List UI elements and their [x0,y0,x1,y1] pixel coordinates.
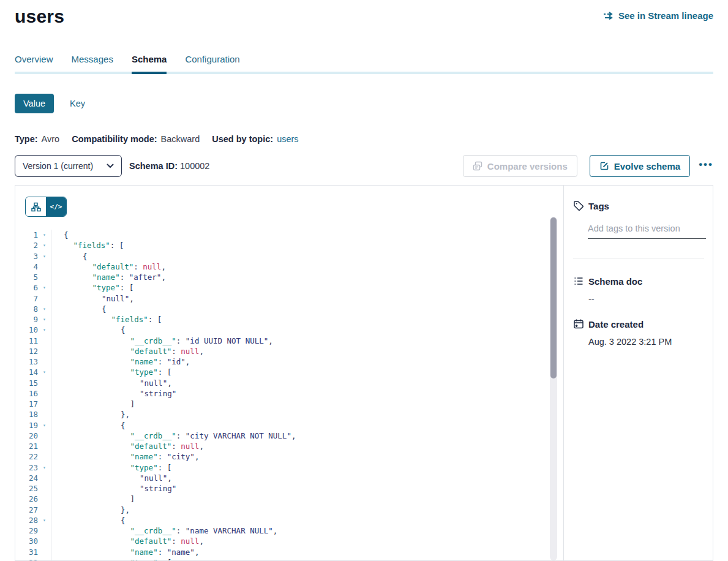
collapse-arrow-spacer [38,346,51,356]
collapse-arrow-icon[interactable]: ▾ [38,282,51,293]
collapse-arrow-icon[interactable]: ▾ [38,515,51,525]
code-line: 25"string" [15,483,563,494]
line-number: 27 [15,505,38,515]
code-text: "null", [51,378,563,388]
topic-link[interactable]: users [277,134,298,144]
more-actions-button[interactable]: ••• [699,159,713,173]
code-pane: </> 1▾{2▾"fields": [3▾{4"default": null,… [15,186,563,560]
stream-lineage-link[interactable]: See in Stream lineage [603,10,713,21]
collapse-arrow-icon[interactable]: ▾ [38,325,51,335]
chevron-down-icon [107,164,114,168]
line-number: 5 [15,272,38,282]
collapse-arrow-icon[interactable]: ▾ [38,462,51,473]
code-text: }, [51,505,563,515]
line-number: 15 [15,378,38,388]
line-number: 7 [15,293,38,304]
collapse-arrow-spacer [38,505,51,515]
code-line: 12"default": null, [15,346,563,356]
code-line: 19▾{ [15,420,563,431]
line-number: 17 [15,399,38,409]
code-text: ] [51,494,563,504]
collapse-arrow-spacer [38,451,51,462]
compare-versions-button[interactable]: Compare versions [463,155,577,177]
code-text: ] [51,399,563,409]
key-toggle-link[interactable]: Key [70,99,85,108]
value-toggle-button[interactable]: Value [15,94,54,113]
collapse-arrow-icon[interactable]: ▾ [38,304,51,314]
code-text: "name": "city", [51,451,563,462]
line-number: 2 [15,240,38,250]
code-text: { [51,515,563,525]
version-select[interactable]: Version 1 (current) [15,155,122,177]
collapse-arrow-icon[interactable]: ▾ [38,240,51,250]
line-number: 21 [15,441,38,451]
tree-view-button[interactable] [26,197,46,216]
code-text: "__crdb__": "city VARCHAR NOT NULL", [51,431,563,441]
code-text: "default": null, [51,441,563,451]
schema-panel: </> 1▾{2▾"fields": [3▾{4"default": null,… [15,185,713,561]
line-number: 9 [15,314,38,325]
schema-sidebar: Tags Schema doc -- [563,186,713,560]
line-number: 13 [15,356,38,367]
collapse-arrow-spacer [38,399,51,409]
code-scrollbar[interactable] [550,217,557,560]
line-number: 28 [15,515,38,525]
code-line: 30"default": null, [15,536,563,546]
code-text: "__crdb__": "name VARCHAR NULL", [51,525,563,536]
code-view-icon: </> [50,203,62,211]
collapse-arrow-spacer [38,473,51,483]
view-mode-toggle: </> [25,197,67,217]
collapse-arrow-icon[interactable]: ▾ [38,557,51,561]
code-text: "default": null, [51,536,563,546]
code-scrollbar-thumb[interactable] [550,217,557,378]
line-number: 10 [15,325,38,335]
code-text: "null", [51,293,563,304]
code-view-button[interactable]: </> [46,197,66,216]
collapse-arrow-icon[interactable]: ▾ [38,251,51,262]
list-icon [573,276,584,287]
code-text: "name": "after", [51,272,563,282]
collapse-arrow-icon[interactable]: ▾ [38,230,51,240]
code-line: 4"default": null, [15,262,563,272]
evolve-schema-button[interactable]: Evolve schema [590,155,690,177]
tab-configuration[interactable]: Configuration [185,54,239,74]
compare-versions-icon [473,161,482,171]
tag-icon [573,200,584,211]
code-line: 17] [15,399,563,409]
code-text: "type": [ [51,282,563,293]
code-line: 27}, [15,505,563,515]
code-line: 1▾{ [15,230,563,240]
tab-overview[interactable]: Overview [15,54,53,74]
code-line: 11"__crdb__": "id UUID NOT NULL", [15,336,563,346]
line-number: 31 [15,547,38,557]
line-number: 14 [15,367,38,377]
code-text: "__crdb__": "id UUID NOT NULL", [51,336,563,346]
tab-messages[interactable]: Messages [72,54,113,74]
line-number: 8 [15,304,38,314]
collapse-arrow-spacer [38,547,51,557]
code-line: 29"__crdb__": "name VARCHAR NULL", [15,525,563,536]
line-number: 12 [15,346,38,356]
add-tags-input[interactable] [588,224,706,239]
compatibility-value: Backward [161,134,200,144]
collapse-arrow-icon[interactable]: ▾ [38,367,51,377]
code-line: 8▾{ [15,304,563,314]
line-number: 25 [15,483,38,494]
used-by-topic-label: Used by topic: [212,134,273,144]
line-number: 32 [15,557,38,561]
collapse-arrow-icon[interactable]: ▾ [38,314,51,325]
code-text: "string" [51,483,563,494]
tab-bar: Overview Messages Schema Configuration [15,54,713,74]
line-number: 20 [15,431,38,441]
line-number: 4 [15,262,38,272]
tab-schema[interactable]: Schema [132,54,167,74]
collapse-arrow-icon[interactable]: ▾ [38,420,51,431]
tags-section-header: Tags [573,200,704,211]
compatibility-label: Compatibility mode: [72,134,157,144]
line-number: 19 [15,420,38,431]
code-text: "default": null, [51,346,563,356]
code-text: "fields": [ [51,240,563,250]
collapse-arrow-spacer [38,293,51,304]
code-text: }, [51,409,563,420]
line-number: 11 [15,336,38,346]
